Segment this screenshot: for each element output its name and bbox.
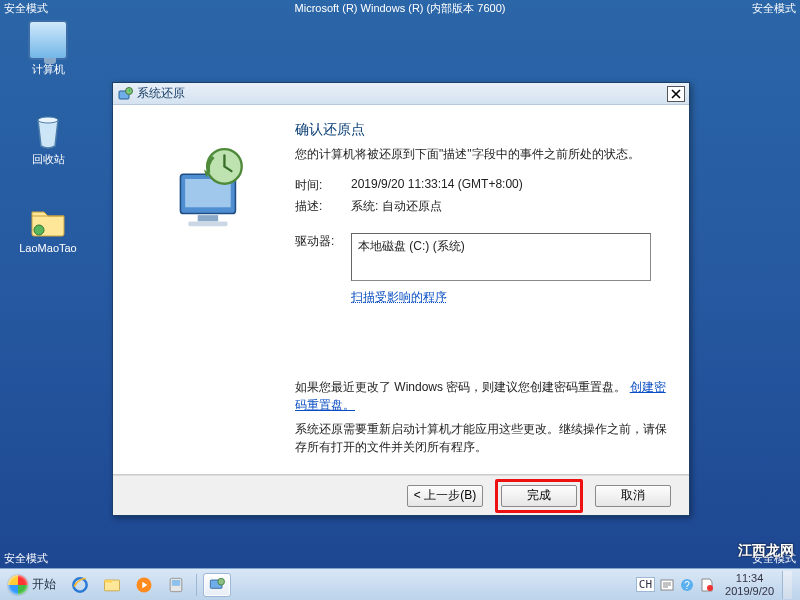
svg-point-0	[38, 117, 58, 123]
taskbar-pin-ie[interactable]	[66, 573, 94, 597]
back-button[interactable]: < 上一步(B)	[407, 485, 483, 507]
scan-affected-programs-link[interactable]: 扫描受影响的程序	[351, 289, 447, 306]
note-password: 如果您最近更改了 Windows 密码，则建议您创建密码重置盘。	[295, 380, 626, 394]
taskbar-pin-explorer[interactable]	[98, 573, 126, 597]
clock-date: 2019/9/20	[725, 585, 774, 597]
start-label: 开始	[32, 576, 56, 593]
watermark: 江西龙网	[738, 542, 794, 560]
tray-action-center-icon[interactable]	[699, 577, 715, 593]
drives-label: 驱动器:	[295, 233, 351, 281]
recycle-bin-icon	[28, 110, 68, 150]
desc-value: 系统: 自动还原点	[351, 198, 442, 215]
ime-indicator[interactable]: CH	[636, 577, 655, 592]
tray-help-icon[interactable]: ?	[679, 577, 695, 593]
svg-point-10	[218, 578, 225, 585]
taskbar: 开始 CH ? 11:34 2019/9/20	[0, 568, 800, 600]
time-label: 时间:	[295, 177, 351, 194]
taskbar-pin-mediaplayer[interactable]	[130, 573, 158, 597]
computer-icon	[28, 20, 68, 60]
taskbar-pin-app[interactable]	[162, 573, 190, 597]
window-close-button[interactable]	[667, 86, 685, 102]
windows-orb-icon	[8, 575, 28, 595]
taskbar-running-system-restore[interactable]	[203, 573, 231, 597]
svg-text:?: ?	[684, 580, 690, 591]
svg-rect-20	[188, 221, 227, 226]
svg-rect-8	[172, 580, 180, 586]
desktop-icon-label: 计算机	[16, 62, 80, 77]
window-title: 系统还原	[137, 85, 667, 102]
system-tray: CH ? 11:34 2019/9/20	[636, 571, 796, 599]
desktop-icon-label: LaoMaoTao	[16, 242, 80, 254]
highlight-frame: 完成	[495, 479, 583, 513]
wizard-content: 确认还原点 您的计算机将被还原到下面"描述"字段中的事件之前所处的状态。 时间:…	[295, 105, 689, 474]
cancel-button[interactable]: 取消	[595, 485, 671, 507]
show-desktop-button[interactable]	[782, 571, 792, 599]
row-description: 描述: 系统: 自动还原点	[295, 198, 669, 215]
drives-listbox[interactable]: 本地磁盘 (C:) (系统)	[351, 233, 651, 281]
footer-notes: 如果您最近更改了 Windows 密码，则建议您创建密码重置盘。 创建密码重置盘…	[295, 378, 669, 462]
svg-point-1	[34, 225, 44, 235]
svg-rect-19	[198, 215, 218, 221]
start-button[interactable]: 开始	[4, 572, 64, 598]
os-title: Microsoft (R) Windows (R) (内部版本 7600)	[0, 1, 800, 16]
system-restore-window: 系统还原 确认还原点 您的计算机将被还原到下面"描述"字段中的事件之前所处的状态…	[112, 82, 690, 516]
page-heading: 确认还原点	[295, 121, 669, 139]
time-value: 2019/9/20 11:33:14 (GMT+8:00)	[351, 177, 523, 194]
desc-label: 描述:	[295, 198, 351, 215]
safe-mode-bottom-left: 安全模式	[4, 551, 48, 566]
note-restart: 系统还原需要重新启动计算机才能应用这些更改。继续操作之前，请保存所有打开的文件并…	[295, 420, 669, 456]
page-subheading: 您的计算机将被还原到下面"描述"字段中的事件之前所处的状态。	[295, 145, 669, 163]
taskbar-separator	[196, 574, 197, 596]
desktop-icon-computer[interactable]: 计算机	[16, 20, 80, 77]
row-time: 时间: 2019/9/20 11:33:14 (GMT+8:00)	[295, 177, 669, 194]
clock-time: 11:34	[725, 572, 774, 584]
close-icon	[671, 89, 681, 99]
desktop-icon-recycle-bin[interactable]: 回收站	[16, 110, 80, 167]
desktop-icon-label: 回收站	[16, 152, 80, 167]
svg-point-14	[707, 585, 713, 591]
taskbar-clock[interactable]: 11:34 2019/9/20	[719, 572, 774, 596]
drive-item: 本地磁盘 (C:) (系统)	[358, 239, 465, 253]
ime-options-icon[interactable]	[659, 577, 675, 593]
dialog-footer: < 上一步(B) 完成 取消	[113, 475, 689, 515]
safe-mode-bottombar: 安全模式 安全模式	[0, 551, 800, 566]
svg-rect-4	[105, 580, 113, 583]
desktop-icon-laomaotao[interactable]: LaoMaoTao	[16, 200, 80, 254]
dialog-body: 确认还原点 您的计算机将被还原到下面"描述"字段中的事件之前所处的状态。 时间:…	[113, 105, 689, 475]
titlebar-icon	[117, 86, 133, 102]
wizard-illustration	[113, 105, 295, 474]
titlebar[interactable]: 系统还原	[113, 83, 689, 105]
folder-icon	[28, 200, 68, 240]
safe-mode-topbar: 安全模式 Microsoft (R) Windows (R) (内部版本 760…	[0, 0, 800, 16]
finish-button[interactable]: 完成	[501, 485, 577, 507]
row-drives: 驱动器: 本地磁盘 (C:) (系统)	[295, 233, 669, 281]
